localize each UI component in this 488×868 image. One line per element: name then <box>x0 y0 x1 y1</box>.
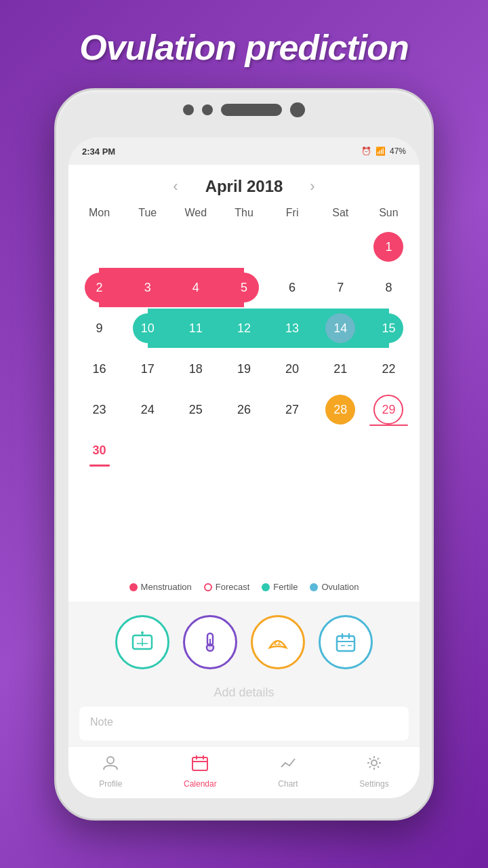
chart-label: Chart <box>278 779 298 789</box>
cal-day-10[interactable]: 10 <box>123 309 171 348</box>
camera-dot-right <box>202 104 213 115</box>
cal-empty-r6-7 <box>365 431 413 470</box>
day-header-mon: Mon <box>75 203 123 223</box>
cal-day-23[interactable]: 23 <box>75 390 123 429</box>
profile-label: Profile <box>99 779 122 789</box>
phone-wrapper: 2:34 PM ⏰ 📶 47% ‹ April 2018 › Mon Tue W… <box>54 88 434 821</box>
cal-day-3[interactable]: 3 <box>123 268 171 307</box>
legend-menstruation: Menstruation <box>129 582 192 592</box>
cal-day-18[interactable]: 18 <box>171 349 220 389</box>
settings-label: Settings <box>359 779 388 789</box>
phone-notch <box>183 102 305 117</box>
cal-day-2[interactable]: 2 <box>75 268 123 307</box>
status-time: 2:34 PM <box>82 146 115 157</box>
cal-empty-5 <box>268 227 317 267</box>
cal-empty-3 <box>171 227 220 267</box>
cal-day-5[interactable]: 5 <box>220 268 268 307</box>
cal-empty-r6-4 <box>220 431 268 470</box>
svg-rect-9 <box>337 636 354 651</box>
settings-icon <box>365 753 384 777</box>
day-header-fri: Fri <box>268 203 317 223</box>
cal-empty-6 <box>317 227 365 267</box>
cal-day-15[interactable]: 15 <box>365 309 413 348</box>
cal-day-24[interactable]: 24 <box>123 390 171 429</box>
nav-chart[interactable]: Chart <box>278 753 298 789</box>
cal-day-21[interactable]: 21 <box>317 349 365 389</box>
legend-label-menstruation: Menstruation <box>141 582 192 592</box>
phone-screen: 2:34 PM ⏰ 📶 47% ‹ April 2018 › Mon Tue W… <box>68 138 420 798</box>
status-right: ⏰ 📶 47% <box>361 146 406 156</box>
title-area: Ovulation prediction <box>0 0 488 81</box>
cal-empty-r6-5 <box>268 431 317 470</box>
day-header-tue: Tue <box>123 203 171 223</box>
nav-calendar[interactable]: Calendar <box>184 753 217 789</box>
cal-day-29-forecast[interactable]: 29 <box>365 390 413 429</box>
cal-day-14-ovulation[interactable]: 14 <box>317 309 365 348</box>
nav-settings[interactable]: Settings <box>359 753 388 789</box>
phone-body: 2:34 PM ⏰ 📶 47% ‹ April 2018 › Mon Tue W… <box>54 88 434 821</box>
add-details-label: Add details <box>68 676 420 707</box>
cal-day-20[interactable]: 20 <box>268 349 317 389</box>
bottom-section: zz Add <box>68 601 420 746</box>
cal-day-7[interactable]: 7 <box>317 268 365 307</box>
calendar-nav-icon <box>190 753 209 777</box>
chart-icon <box>279 753 298 777</box>
calendar-header: ‹ April 2018 › <box>75 165 413 203</box>
cal-day-8[interactable]: 8 <box>365 268 413 307</box>
cal-day-16[interactable]: 16 <box>75 349 123 389</box>
day-header-thu: Thu <box>220 203 268 223</box>
cal-day-22[interactable]: 22 <box>365 349 413 389</box>
cal-day-19[interactable]: 19 <box>220 349 268 389</box>
cal-day-4[interactable]: 4 <box>171 268 220 307</box>
cal-day-12[interactable]: 12 <box>220 309 268 348</box>
front-camera <box>290 102 305 117</box>
legend-ovulation: Ovulation <box>310 582 359 592</box>
weight-icon-button[interactable] <box>115 615 169 669</box>
cal-day-25[interactable]: 25 <box>171 390 220 429</box>
speaker-bar <box>221 104 282 116</box>
camera-dot-left <box>183 104 194 115</box>
svg-text:zz: zz <box>274 638 282 646</box>
cal-day-26[interactable]: 26 <box>220 390 268 429</box>
cal-day-11[interactable]: 11 <box>171 309 220 348</box>
cal-empty-1 <box>75 227 123 267</box>
cal-day-13[interactable]: 13 <box>268 309 317 348</box>
profile-icon <box>101 753 120 777</box>
sleep-icon-button[interactable]: zz <box>251 615 305 669</box>
cal-empty-4 <box>220 227 268 267</box>
legend-ring-forecast <box>204 583 212 591</box>
cal-day-17[interactable]: 17 <box>123 349 171 389</box>
svg-point-15 <box>107 757 114 764</box>
cal-day-30[interactable]: 30 <box>75 431 123 470</box>
cal-empty-r6-2 <box>123 431 171 470</box>
day-header-sat: Sat <box>317 203 365 223</box>
log-icon-button[interactable] <box>319 615 373 669</box>
temperature-icon-button[interactable] <box>183 615 237 669</box>
legend-dot-menstruation <box>129 583 138 591</box>
nav-profile[interactable]: Profile <box>99 753 122 789</box>
calendar-section: ‹ April 2018 › Mon Tue Wed Thu Fri Sat S… <box>68 165 420 575</box>
battery-level: 47% <box>390 146 406 156</box>
legend-dot-ovulation <box>310 583 318 591</box>
legend-label-ovulation: Ovulation <box>321 582 359 592</box>
day-header-wed: Wed <box>171 203 220 223</box>
feature-icons-row: zz <box>68 601 420 676</box>
cal-day-6[interactable]: 6 <box>268 268 317 307</box>
note-input[interactable]: Note <box>79 707 409 741</box>
cal-day-9[interactable]: 9 <box>75 309 123 348</box>
cal-day-1[interactable]: 1 <box>365 227 413 267</box>
legend-forecast: Forecast <box>204 582 250 592</box>
svg-point-20 <box>371 760 377 766</box>
calendar-grid: 1 2 3 4 5 6 7 8 <box>75 227 413 470</box>
prev-month-button[interactable]: ‹ <box>173 178 178 195</box>
next-month-button[interactable]: › <box>310 178 314 195</box>
cal-day-28-today[interactable]: 28 <box>317 390 365 429</box>
month-title: April 2018 <box>205 177 283 196</box>
svg-rect-16 <box>192 757 207 770</box>
calendar-nav-label: Calendar <box>184 779 217 789</box>
cal-empty-r6-6 <box>317 431 365 470</box>
cal-empty-2 <box>123 227 171 267</box>
day-header-sun: Sun <box>365 203 413 223</box>
status-bar: 2:34 PM ⏰ 📶 47% <box>68 138 420 165</box>
cal-day-27[interactable]: 27 <box>268 390 317 429</box>
